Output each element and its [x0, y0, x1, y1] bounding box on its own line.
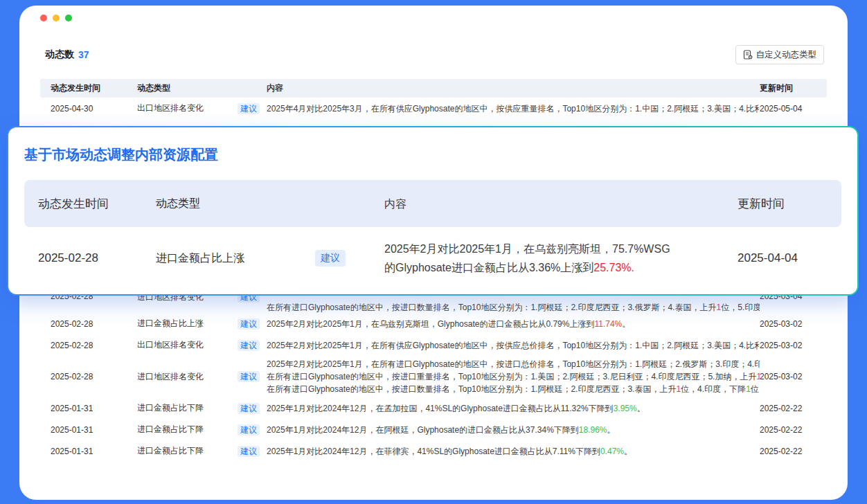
cell-date: 2025-01-31 — [51, 447, 137, 456]
cell-tag: 建议 — [238, 371, 267, 382]
callout-column-type: 动态类型 — [156, 197, 384, 211]
table-row[interactable]: 2025-01-31进口金额占比下降建议2025年1月对比2024年12月，在阿… — [40, 419, 827, 440]
column-header-content: 内容 — [267, 82, 760, 94]
content-line: 2025年2月对比2025年1月，在所有进口Glyphosate的地区中，按进口… — [267, 358, 760, 370]
content-line: 2025年1月对比2024年12月，在阿根廷，Glyphosate的进口金额占比… — [267, 424, 760, 435]
cell-type: 进口金额占比下降 — [137, 402, 238, 414]
cell-updated: 2025-02-22 — [760, 425, 816, 435]
cell-type: 出口地区排名变化 — [137, 339, 238, 351]
cell-content: 2025年4月对比2025年3月，在所有供应Glyphosate的地区中，按供应… — [267, 103, 760, 114]
table-row[interactable]: 2025-02-28进口地区排名变化建议2025年2月对比2025年1月，在所有… — [40, 356, 827, 397]
window-controls — [40, 15, 72, 21]
callout-cell-content: 2025年2月对比2025年1月，在乌兹别亮斯坦，75.7%WSG的Glypho… — [384, 240, 724, 277]
cell-content: 2025年2月对比2025年1月，在所有供应Glyphosate的地区中，按供应… — [267, 340, 760, 351]
content-line: 在所有进口Glyphosate的地区中，按进口重量排名，Top10地区分别为：1… — [267, 370, 760, 383]
cell-updated: 2025-03-02 — [760, 341, 816, 350]
column-header-updated: 更新时间 — [760, 82, 816, 94]
table-row[interactable]: 2025-02-28进口金额占比上涨建议2025年2月对比2025年1月，在乌兹… — [40, 313, 827, 334]
cell-tag: 建议 — [238, 103, 267, 114]
dynamics-count: 动态数 37 — [45, 48, 89, 61]
content-line: 2025年2月对比2025年1月，在乌兹别克斯坦，Glyphosate的进口金额… — [267, 318, 760, 330]
customize-dynamic-type-label: 自定义动态类型 — [756, 49, 817, 61]
cell-type: 进口金额占比下降 — [137, 445, 238, 457]
cell-tag: 建议 — [238, 340, 267, 351]
highlight-callout-body: 基于市场动态调整内部资源配置 动态发生时间 动态类型 内容 更新时间 2025-… — [8, 127, 857, 294]
callout-cell-updated: 2025-04-04 — [724, 251, 828, 265]
callout-column-updated: 更新时间 — [724, 196, 828, 212]
highlight-callout: 基于市场动态调整内部资源配置 动态发生时间 动态类型 内容 更新时间 2025-… — [7, 126, 859, 296]
callout-title: 基于市场动态调整内部资源配置 — [24, 145, 218, 164]
cell-tag: 建议 — [238, 403, 267, 414]
cell-content: 2025年2月对比2025年1月，在乌兹别克斯坦，Glyphosate的进口金额… — [267, 318, 760, 330]
cell-updated: 2025-05-04 — [760, 104, 816, 114]
table-row[interactable]: 2025-02-28出口地区排名变化建议2025年2月对比2025年1月，在所有… — [40, 334, 827, 356]
cell-date: 2025-04-30 — [51, 104, 137, 114]
suggestion-tag[interactable]: 建议 — [238, 371, 260, 382]
cell-tag: 建议 — [238, 446, 267, 457]
close-dot-icon[interactable] — [40, 15, 47, 21]
content-line: 2025年1月对比2024年12月，在孟加拉国，41%SL的Glyphosate… — [267, 403, 760, 414]
cell-content: 2025年1月对比2024年12月，在阿根廷，Glyphosate的进口金额占比… — [267, 424, 760, 435]
callout-column-content: 内容 — [384, 195, 724, 213]
dynamics-count-value: 37 — [78, 49, 89, 60]
cell-updated: 2025-03-02 — [760, 319, 816, 329]
cell-type: 进口地区排名变化 — [137, 371, 238, 383]
table-row[interactable]: 2025-01-31进口金额占比下降建议2025年1月对比2024年12月，在菲… — [40, 440, 827, 462]
content-line: 2025年2月对比2025年1月，在乌兹别亮斯坦，75.7%WSG — [384, 240, 724, 258]
cell-updated: 2025-02-22 — [760, 447, 816, 456]
cell-updated: 2025-02-22 — [760, 404, 816, 413]
suggestion-tag[interactable]: 建议 — [315, 250, 346, 267]
cell-date: 2025-02-28 — [51, 372, 137, 381]
column-header-date: 动态发生时间 — [51, 82, 137, 94]
document-gear-icon — [743, 50, 753, 60]
cell-date: 2025-02-28 — [51, 319, 137, 329]
suggestion-tag[interactable]: 建议 — [238, 446, 260, 457]
table-row[interactable]: 2025-04-30出口地区排名变化建议2025年4月对比2025年3月，在所有… — [40, 98, 827, 119]
content-line: 的Glyphosate进口金额占比从3.36%上涨到25.73%. — [384, 258, 724, 277]
callout-cell-type: 进口金额占比上涨 — [156, 251, 315, 266]
cell-updated: 2025-03-02 — [760, 372, 816, 381]
cell-date: 2025-01-31 — [51, 404, 137, 413]
customize-dynamic-type-button[interactable]: 自定义动态类型 — [735, 45, 825, 64]
cell-content: 2025年1月对比2024年12月，在菲律宾，41%SL的Glyphosate进… — [267, 446, 760, 457]
callout-cell-date: 2025-02-28 — [38, 251, 156, 265]
cell-content: 2025年1月对比2024年12月，在孟加拉国，41%SL的Glyphosate… — [267, 403, 760, 414]
cell-type: 进口金额占比下降 — [137, 424, 238, 435]
content-line: 2025年2月对比2025年1月，在所有供应Glyphosate的地区中，按供应… — [267, 340, 760, 351]
cell-type: 出口地区排名变化 — [137, 102, 238, 114]
callout-row[interactable]: 2025-02-28 进口金额占比上涨 建议 2025年2月对比2025年1月，… — [24, 230, 841, 287]
content-line: 2025年1月对比2024年12月，在菲律宾，41%SL的Glyphosate进… — [267, 446, 760, 457]
callout-table-header: 动态发生时间 动态类型 内容 更新时间 — [24, 180, 841, 227]
content-line: 2025年4月对比2025年3月，在所有供应Glyphosate的地区中，按供应… — [267, 103, 760, 114]
content-line: 在所有进口Glyphosate的地区中，按进口数量排名，Top10地区分别为：1… — [267, 383, 760, 395]
suggestion-tag[interactable]: 建议 — [238, 424, 260, 435]
suggestion-tag[interactable]: 建议 — [238, 318, 260, 330]
maximize-dot-icon[interactable] — [65, 15, 72, 21]
cell-type: 进口金额占比上涨 — [137, 318, 238, 330]
column-header-type: 动态类型 — [137, 82, 267, 94]
table-header: 动态发生时间 动态类型 内容 更新时间 — [40, 79, 827, 98]
table-row[interactable]: 2025-01-31进口金额占比下降建议2025年1月对比2024年12月，在孟… — [40, 397, 827, 419]
cell-date: 2025-02-28 — [51, 341, 137, 350]
minimize-dot-icon[interactable] — [53, 15, 60, 21]
cell-content: 2025年2月对比2025年1月，在所有进口Glyphosate的地区中，按进口… — [267, 356, 760, 397]
cell-date: 2025-01-31 — [51, 425, 137, 435]
cell-tag: 建议 — [238, 318, 267, 330]
suggestion-tag[interactable]: 建议 — [238, 340, 260, 351]
suggestion-tag[interactable]: 建议 — [238, 103, 260, 114]
callout-column-date: 动态发生时间 — [38, 196, 156, 212]
cell-tag: 建议 — [238, 424, 267, 435]
dynamics-count-label: 动态数 — [45, 48, 74, 61]
suggestion-tag[interactable]: 建议 — [238, 403, 260, 414]
